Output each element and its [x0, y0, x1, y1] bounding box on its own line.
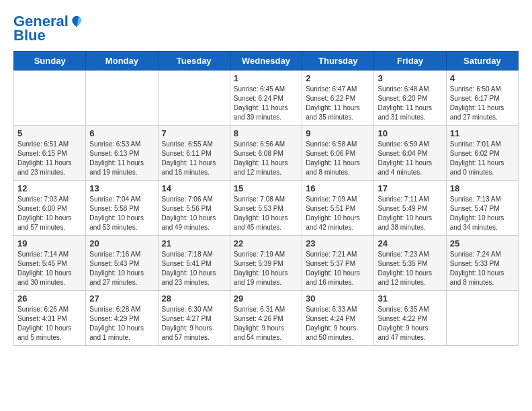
day-cell-13: 13Sunrise: 7:04 AM Sunset: 5:58 PM Dayli…: [86, 181, 158, 236]
day-info: Sunrise: 7:03 AM Sunset: 6:00 PM Dayligh…: [17, 195, 82, 232]
page-header: General Blue: [13, 13, 519, 44]
day-number: 11: [450, 128, 515, 138]
day-number: 15: [234, 183, 298, 193]
week-row-3: 12Sunrise: 7:03 AM Sunset: 6:00 PM Dayli…: [14, 181, 519, 236]
day-number: 23: [306, 238, 370, 248]
day-cell-12: 12Sunrise: 7:03 AM Sunset: 6:00 PM Dayli…: [14, 181, 86, 236]
day-cell-11: 11Sunrise: 7:01 AM Sunset: 6:02 PM Dayli…: [446, 126, 518, 181]
day-cell-23: 23Sunrise: 7:21 AM Sunset: 5:37 PM Dayli…: [302, 236, 374, 291]
day-info: Sunrise: 6:58 AM Sunset: 6:06 PM Dayligh…: [306, 140, 370, 177]
day-number: 10: [378, 128, 442, 138]
weekday-header-wednesday: Wednesday: [230, 52, 302, 71]
week-row-1: 1Sunrise: 6:45 AM Sunset: 6:24 PM Daylig…: [14, 71, 519, 126]
empty-cell: [86, 71, 158, 126]
day-number: 19: [17, 238, 82, 248]
day-info: Sunrise: 6:51 AM Sunset: 6:15 PM Dayligh…: [17, 140, 82, 177]
day-cell-14: 14Sunrise: 7:06 AM Sunset: 5:56 PM Dayli…: [158, 181, 230, 236]
day-info: Sunrise: 7:23 AM Sunset: 5:35 PM Dayligh…: [378, 250, 442, 287]
day-cell-3: 3Sunrise: 6:48 AM Sunset: 6:20 PM Daylig…: [374, 71, 446, 126]
day-cell-20: 20Sunrise: 7:16 AM Sunset: 5:43 PM Dayli…: [86, 236, 158, 291]
day-number: 2: [306, 73, 370, 83]
day-number: 4: [450, 73, 515, 83]
weekday-header-monday: Monday: [86, 52, 158, 71]
weekday-header-thursday: Thursday: [302, 52, 374, 71]
day-number: 16: [306, 183, 370, 193]
day-number: 7: [162, 128, 226, 138]
day-cell-19: 19Sunrise: 7:14 AM Sunset: 5:45 PM Dayli…: [14, 236, 86, 291]
day-cell-22: 22Sunrise: 7:19 AM Sunset: 5:39 PM Dayli…: [230, 236, 302, 291]
logo: General Blue: [13, 13, 83, 44]
day-info: Sunrise: 6:30 AM Sunset: 4:27 PM Dayligh…: [162, 305, 226, 342]
day-number: 18: [450, 183, 515, 193]
day-cell-18: 18Sunrise: 7:13 AM Sunset: 5:47 PM Dayli…: [446, 181, 518, 236]
weekday-header-row: SundayMondayTuesdayWednesdayThursdayFrid…: [14, 52, 519, 71]
empty-cell: [14, 71, 86, 126]
week-row-5: 26Sunrise: 6:26 AM Sunset: 4:31 PM Dayli…: [14, 291, 519, 346]
day-cell-27: 27Sunrise: 6:28 AM Sunset: 4:29 PM Dayli…: [86, 291, 158, 346]
week-row-2: 5Sunrise: 6:51 AM Sunset: 6:15 PM Daylig…: [14, 126, 519, 181]
day-number: 26: [17, 293, 82, 304]
day-cell-8: 8Sunrise: 6:56 AM Sunset: 6:08 PM Daylig…: [230, 126, 302, 181]
day-info: Sunrise: 7:11 AM Sunset: 5:49 PM Dayligh…: [378, 195, 442, 232]
day-info: Sunrise: 6:33 AM Sunset: 4:24 PM Dayligh…: [306, 305, 370, 342]
day-number: 14: [162, 183, 226, 193]
day-number: 31: [378, 293, 442, 304]
day-info: Sunrise: 6:47 AM Sunset: 6:22 PM Dayligh…: [306, 85, 370, 122]
day-info: Sunrise: 6:45 AM Sunset: 6:24 PM Dayligh…: [234, 85, 298, 122]
day-number: 22: [234, 238, 298, 248]
day-info: Sunrise: 6:35 AM Sunset: 4:22 PM Dayligh…: [378, 305, 442, 342]
day-info: Sunrise: 7:14 AM Sunset: 5:45 PM Dayligh…: [17, 250, 82, 287]
day-number: 5: [17, 128, 82, 138]
day-info: Sunrise: 7:24 AM Sunset: 5:33 PM Dayligh…: [450, 250, 515, 287]
weekday-header-tuesday: Tuesday: [158, 52, 230, 71]
day-number: 13: [89, 183, 154, 193]
day-info: Sunrise: 6:31 AM Sunset: 4:26 PM Dayligh…: [234, 305, 298, 342]
day-info: Sunrise: 7:01 AM Sunset: 6:02 PM Dayligh…: [450, 140, 515, 177]
day-cell-1: 1Sunrise: 6:45 AM Sunset: 6:24 PM Daylig…: [230, 71, 302, 126]
day-number: 6: [89, 128, 154, 138]
day-number: 28: [162, 293, 226, 304]
day-cell-26: 26Sunrise: 6:26 AM Sunset: 4:31 PM Dayli…: [14, 291, 86, 346]
day-cell-7: 7Sunrise: 6:55 AM Sunset: 6:11 PM Daylig…: [158, 126, 230, 181]
day-cell-15: 15Sunrise: 7:08 AM Sunset: 5:53 PM Dayli…: [230, 181, 302, 236]
day-info: Sunrise: 6:55 AM Sunset: 6:11 PM Dayligh…: [162, 140, 226, 177]
day-cell-24: 24Sunrise: 7:23 AM Sunset: 5:35 PM Dayli…: [374, 236, 446, 291]
day-cell-5: 5Sunrise: 6:51 AM Sunset: 6:15 PM Daylig…: [14, 126, 86, 181]
empty-cell: [158, 71, 230, 126]
day-info: Sunrise: 7:16 AM Sunset: 5:43 PM Dayligh…: [89, 250, 154, 287]
day-info: Sunrise: 6:50 AM Sunset: 6:17 PM Dayligh…: [450, 85, 515, 122]
day-cell-30: 30Sunrise: 6:33 AM Sunset: 4:24 PM Dayli…: [302, 291, 374, 346]
day-cell-31: 31Sunrise: 6:35 AM Sunset: 4:22 PM Dayli…: [374, 291, 446, 346]
day-info: Sunrise: 7:19 AM Sunset: 5:39 PM Dayligh…: [234, 250, 298, 287]
day-cell-29: 29Sunrise: 6:31 AM Sunset: 4:26 PM Dayli…: [230, 291, 302, 346]
logo-icon: [70, 15, 83, 28]
day-cell-9: 9Sunrise: 6:58 AM Sunset: 6:06 PM Daylig…: [302, 126, 374, 181]
empty-cell: [446, 291, 518, 346]
weekday-header-friday: Friday: [374, 52, 446, 71]
week-row-4: 19Sunrise: 7:14 AM Sunset: 5:45 PM Dayli…: [14, 236, 519, 291]
day-number: 25: [450, 238, 515, 248]
day-cell-16: 16Sunrise: 7:09 AM Sunset: 5:51 PM Dayli…: [302, 181, 374, 236]
day-info: Sunrise: 7:18 AM Sunset: 5:41 PM Dayligh…: [162, 250, 226, 287]
day-number: 30: [306, 293, 370, 304]
weekday-header-sunday: Sunday: [14, 52, 86, 71]
day-cell-25: 25Sunrise: 7:24 AM Sunset: 5:33 PM Dayli…: [446, 236, 518, 291]
day-number: 1: [234, 73, 298, 83]
day-cell-4: 4Sunrise: 6:50 AM Sunset: 6:17 PM Daylig…: [446, 71, 518, 126]
day-info: Sunrise: 7:21 AM Sunset: 5:37 PM Dayligh…: [306, 250, 370, 287]
day-number: 27: [89, 293, 154, 304]
weekday-header-saturday: Saturday: [446, 52, 518, 71]
day-number: 17: [378, 183, 442, 193]
day-cell-21: 21Sunrise: 7:18 AM Sunset: 5:41 PM Dayli…: [158, 236, 230, 291]
day-number: 9: [306, 128, 370, 138]
calendar-table: SundayMondayTuesdayWednesdayThursdayFrid…: [13, 51, 519, 346]
day-number: 24: [378, 238, 442, 248]
day-number: 29: [234, 293, 298, 304]
day-info: Sunrise: 6:28 AM Sunset: 4:29 PM Dayligh…: [89, 305, 154, 342]
day-number: 3: [378, 73, 442, 83]
day-info: Sunrise: 6:59 AM Sunset: 6:04 PM Dayligh…: [378, 140, 442, 177]
day-info: Sunrise: 6:53 AM Sunset: 6:13 PM Dayligh…: [89, 140, 154, 177]
day-number: 21: [162, 238, 226, 248]
day-number: 20: [89, 238, 154, 248]
day-info: Sunrise: 7:08 AM Sunset: 5:53 PM Dayligh…: [234, 195, 298, 232]
